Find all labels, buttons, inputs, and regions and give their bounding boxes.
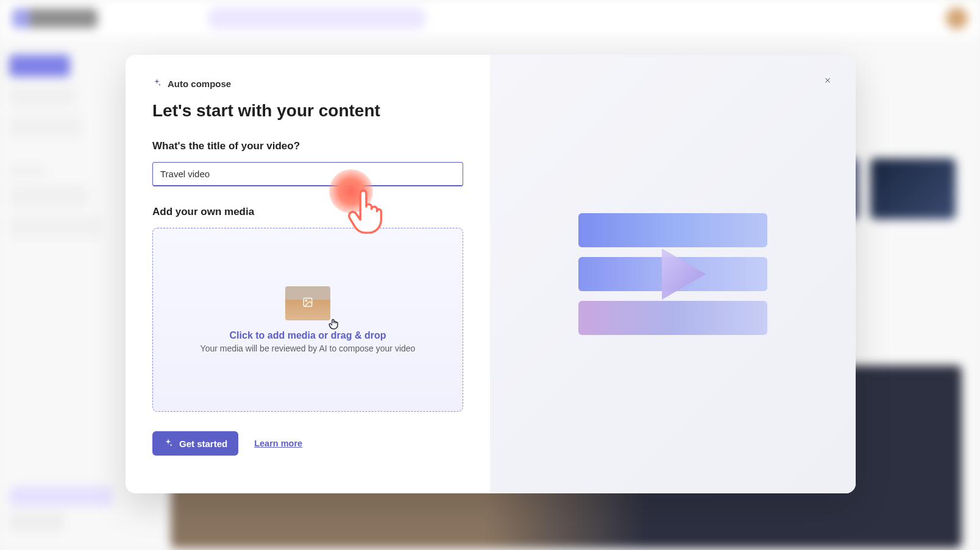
modal-left-panel: Auto compose Let's start with your conte… [126,55,490,493]
image-icon [302,297,313,308]
media-section-label: Add your own media [152,206,463,218]
close-icon [823,76,832,85]
feature-tag: Auto compose [152,78,463,89]
play-icon [644,238,717,311]
modal-right-panel [490,55,856,493]
media-thumb-placeholder [285,286,330,320]
auto-compose-modal: Auto compose Let's start with your conte… [126,55,856,493]
get-started-label: Get started [179,439,227,449]
learn-more-link[interactable]: Learn more [254,439,302,448]
title-question-label: What's the title of your video? [152,140,463,152]
feature-name-text: Auto compose [168,79,231,89]
video-title-input[interactable] [152,162,463,186]
preview-illustration [578,213,767,335]
sparkle-icon [152,78,162,89]
cursor-icon [327,317,341,331]
modal-actions: Get started Learn more [152,431,463,456]
get-started-button[interactable]: Get started [152,431,238,456]
drop-secondary-text: Your media will be reviewed by AI to com… [201,344,416,353]
drop-primary-text: Click to add media or drag & drop [230,330,386,341]
close-button[interactable] [819,72,836,89]
svg-point-1 [305,300,307,301]
media-drop-zone[interactable]: Click to add media or drag & drop Your m… [152,228,463,412]
modal-overlay: Auto compose Let's start with your conte… [0,0,980,550]
modal-title: Let's start with your content [152,101,463,121]
sparkle-icon [163,438,173,450]
